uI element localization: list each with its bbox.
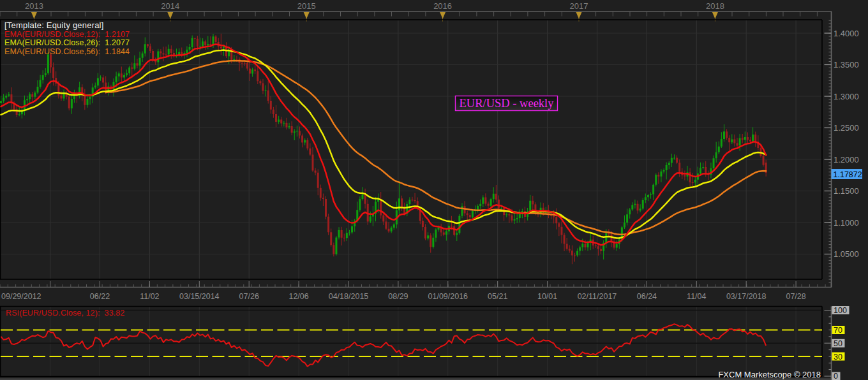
svg-text:EUR/USD - weekly: EUR/USD - weekly [460, 97, 555, 110]
svg-text:04/18/2015: 04/18/2015 [329, 292, 369, 301]
svg-text:02/11/2017: 02/11/2017 [578, 292, 617, 301]
svg-text:1.0500: 1.0500 [834, 249, 859, 259]
svg-text:100: 100 [834, 306, 847, 315]
svg-text:03/17/2018: 03/17/2018 [726, 292, 767, 301]
svg-text:70: 70 [834, 326, 842, 335]
svg-text:1.4000: 1.4000 [834, 29, 859, 38]
svg-text:2018: 2018 [706, 1, 724, 11]
svg-text:50: 50 [834, 339, 842, 348]
svg-text:06/24: 06/24 [637, 292, 657, 301]
svg-text:2015: 2015 [297, 1, 316, 11]
svg-text:[Template: Equity general]: [Template: Equity general] [4, 20, 104, 30]
svg-text:2017: 2017 [570, 1, 588, 11]
svg-text:05/21: 05/21 [488, 292, 507, 301]
svg-text:08/29: 08/29 [388, 292, 408, 301]
svg-text:01/09/2016: 01/09/2016 [428, 292, 468, 301]
svg-text:1.2500: 1.2500 [834, 123, 859, 133]
svg-text:1.1500: 1.1500 [834, 186, 859, 196]
svg-text:12/06: 12/06 [288, 292, 308, 301]
svg-text:1.17872: 1.17872 [834, 170, 862, 179]
svg-text:07/26: 07/26 [239, 292, 259, 301]
svg-text:1.3000: 1.3000 [834, 92, 859, 101]
svg-text:2014: 2014 [161, 1, 179, 11]
svg-text:EMA(EUR/USD.Close,56): 1.1844: EMA(EUR/USD.Close,56): 1.1844 [4, 47, 130, 56]
svg-text:07/28: 07/28 [786, 292, 805, 301]
svg-text:1.3500: 1.3500 [834, 60, 859, 69]
svg-text:2013: 2013 [25, 1, 43, 11]
svg-text:10/01: 10/01 [537, 292, 557, 301]
svg-text:03/15/2014: 03/15/2014 [179, 292, 220, 301]
svg-text:EMA(EUR/USD.Close,12): 1.2107: EMA(EUR/USD.Close,12): 1.2107 [4, 30, 130, 39]
svg-text:09/29/2012: 09/29/2012 [1, 292, 41, 301]
svg-text:1.1000: 1.1000 [834, 218, 859, 228]
svg-text:11/04: 11/04 [687, 292, 706, 301]
svg-text:06/22: 06/22 [90, 292, 110, 301]
svg-text:0: 0 [834, 372, 838, 380]
svg-text:11/02: 11/02 [140, 292, 159, 301]
svg-text:EMA(EUR/USD.Close,26): 1.2077: EMA(EUR/USD.Close,26): 1.2077 [4, 38, 130, 47]
svg-text:FXCM Marketscope © 2018: FXCM Marketscope © 2018 [718, 370, 821, 379]
svg-text:RSI(EUR/USD.Close, 12): 33.82: RSI(EUR/USD.Close, 12): 33.82 [6, 309, 124, 318]
svg-text:1.2000: 1.2000 [834, 155, 859, 164]
svg-text:2016: 2016 [433, 1, 452, 11]
svg-text:30: 30 [834, 353, 842, 362]
